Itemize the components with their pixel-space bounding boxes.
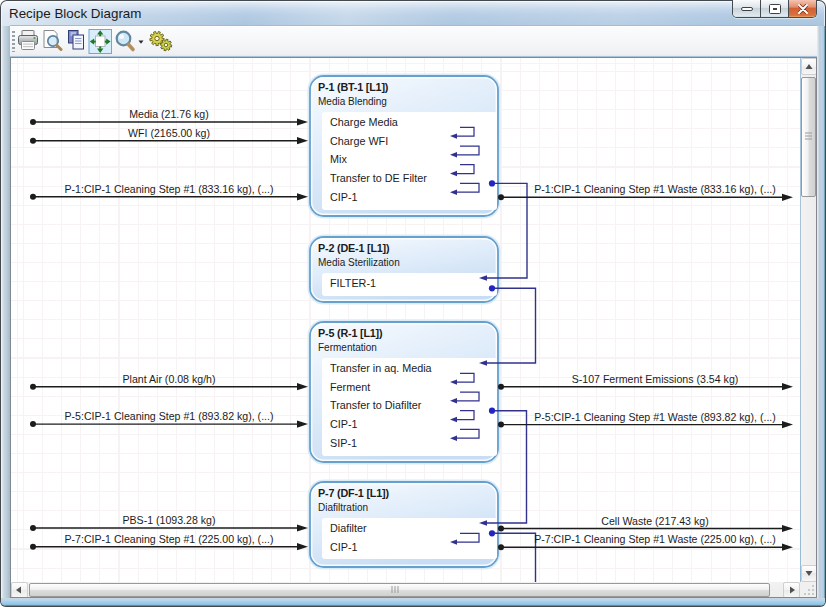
svg-text:P-2 (DE-1 [L1]): P-2 (DE-1 [L1]) bbox=[318, 242, 390, 254]
svg-text:S-107 Ferment Emissions (3.54: S-107 Ferment Emissions (3.54 kg) bbox=[572, 373, 739, 385]
svg-text:P-1 (BT-1 [L1]): P-1 (BT-1 [L1]) bbox=[318, 81, 389, 93]
svg-text:Cell Waste (217.43 kg): Cell Waste (217.43 kg) bbox=[601, 515, 708, 527]
svg-text:P-5:CIP-1 Cleaning Step #1 (89: P-5:CIP-1 Cleaning Step #1 (893.82 kg), … bbox=[64, 410, 273, 422]
svg-text:P-5 (R-1 [L1]): P-5 (R-1 [L1]) bbox=[318, 327, 383, 339]
svg-text:Media (21.76 kg): Media (21.76 kg) bbox=[129, 108, 209, 120]
svg-text:P-7 (DF-1 [L1]): P-7 (DF-1 [L1]) bbox=[318, 487, 389, 499]
svg-text:CIP-1: CIP-1 bbox=[330, 418, 358, 430]
svg-text:Media Sterilization: Media Sterilization bbox=[318, 257, 400, 268]
svg-text:Diafilter: Diafilter bbox=[330, 522, 367, 534]
svg-text:P-5:CIP-1 Cleaning Step #1 Was: P-5:CIP-1 Cleaning Step #1 Waste (893.82… bbox=[534, 411, 776, 423]
svg-text:WFI (2165.00 kg): WFI (2165.00 kg) bbox=[128, 127, 210, 139]
svg-text:FILTER-1: FILTER-1 bbox=[330, 277, 376, 289]
svg-text:Transfer to DE Filter: Transfer to DE Filter bbox=[330, 172, 427, 184]
svg-text:Charge WFI: Charge WFI bbox=[330, 135, 388, 147]
svg-text:Plant Air (0.08 kg/h): Plant Air (0.08 kg/h) bbox=[122, 373, 215, 385]
svg-text:Charge Media: Charge Media bbox=[330, 116, 398, 128]
svg-text:Ferment: Ferment bbox=[330, 381, 370, 393]
svg-text:CIP-1: CIP-1 bbox=[330, 191, 358, 203]
svg-text:P-1:CIP-1 Cleaning Step #1 (83: P-1:CIP-1 Cleaning Step #1 (833.16 kg), … bbox=[64, 183, 273, 195]
svg-text:P-7:CIP-1 Cleaning Step #1 Was: P-7:CIP-1 Cleaning Step #1 Waste (225.00… bbox=[534, 533, 776, 545]
svg-text:Transfer to Diafilter: Transfer to Diafilter bbox=[330, 399, 422, 411]
svg-text:SIP-1: SIP-1 bbox=[330, 437, 357, 449]
svg-text:Diafiltration: Diafiltration bbox=[318, 502, 368, 513]
svg-text:Transfer in aq. Media: Transfer in aq. Media bbox=[330, 362, 432, 374]
svg-text:Media Blending: Media Blending bbox=[318, 96, 387, 107]
svg-text:Fermentation: Fermentation bbox=[318, 342, 377, 353]
svg-text:P-7:CIP-1 Cleaning Step #1 (22: P-7:CIP-1 Cleaning Step #1 (225.00 kg), … bbox=[64, 533, 273, 545]
svg-text:P-1:CIP-1 Cleaning Step #1 Was: P-1:CIP-1 Cleaning Step #1 Waste (833.16… bbox=[534, 183, 776, 195]
svg-text:CIP-1: CIP-1 bbox=[330, 541, 358, 553]
svg-text:PBS-1 (1093.28 kg): PBS-1 (1093.28 kg) bbox=[122, 514, 215, 526]
svg-text:Mix: Mix bbox=[330, 153, 347, 165]
